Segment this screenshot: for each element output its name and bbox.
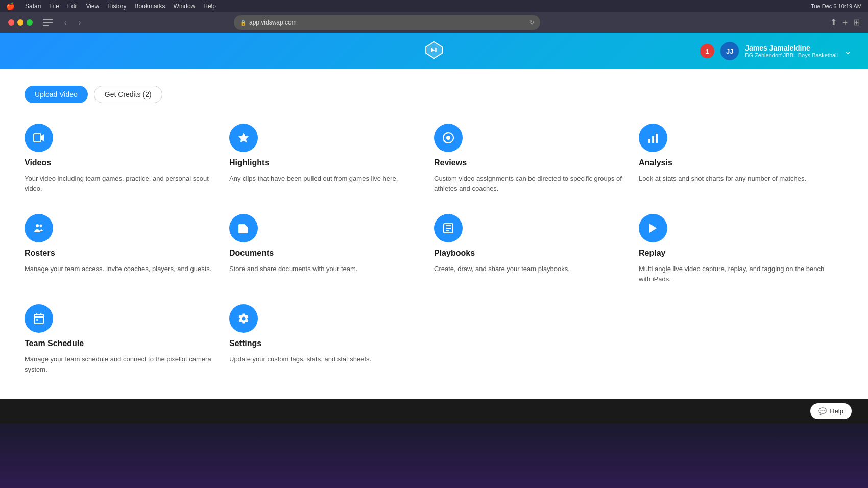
menu-file[interactable]: File <box>49 3 59 10</box>
feature-item-videos[interactable]: VideosYour video including team games, p… <box>25 124 229 193</box>
reload-button[interactable]: ↻ <box>529 19 534 26</box>
reviews-icon <box>434 124 463 152</box>
svg-marker-9 <box>649 224 657 233</box>
user-name: James Jamaleldine <box>745 44 838 52</box>
svg-point-7 <box>40 225 42 227</box>
svg-rect-0 <box>34 134 41 142</box>
menu-safari[interactable]: Safari <box>25 3 41 10</box>
feature-item-settings[interactable]: SettingsUpdate your custom tags, stats, … <box>229 304 434 374</box>
macos-menubar: 🍎 Safari File Edit View History Bookmark… <box>0 0 868 12</box>
analysis-title: Analysis <box>639 158 827 167</box>
fullscreen-window-button[interactable] <box>27 19 33 26</box>
reviews-title: Reviews <box>434 158 622 167</box>
app-header: 1 JJ James Jamaleldine BG Zehlendorf JBB… <box>0 33 868 69</box>
minimize-window-button[interactable] <box>17 19 23 26</box>
svg-point-6 <box>36 224 39 227</box>
documents-title: Documents <box>229 249 418 258</box>
app-container: 1 JJ James Jamaleldine BG Zehlendorf JBB… <box>0 33 868 423</box>
back-button[interactable]: ‹ <box>59 16 71 29</box>
svg-rect-14 <box>36 319 38 321</box>
rosters-description: Manage your team access. Invite coaches,… <box>25 264 213 274</box>
content-area: Upload Video Get Credits (2) VideosYour … <box>0 69 868 399</box>
nav-arrows: ‹ › <box>59 16 86 29</box>
browser-action-buttons: ⬆ ＋ ⊞ <box>830 17 860 28</box>
rosters-icon <box>25 214 53 242</box>
browser-chrome: ‹ › 🔒 app.vidswap.com ↻ ⬆ ＋ ⊞ <box>0 12 868 33</box>
feature-item-analysis[interactable]: AnalysisLook at stats and shot charts fo… <box>639 124 843 193</box>
new-tab-icon[interactable]: ＋ <box>841 17 849 28</box>
address-bar[interactable]: 🔒 app.vidswap.com ↻ <box>234 15 540 30</box>
get-credits-button[interactable]: Get Credits (2) <box>94 86 162 103</box>
videos-title: Videos <box>25 158 213 167</box>
svg-point-2 <box>446 136 450 140</box>
feature-item-playbooks[interactable]: PlaybooksCreate, draw, and share your te… <box>434 214 639 284</box>
feature-item-documents[interactable]: DocumentsStore and share documents with … <box>229 214 434 284</box>
feature-item-replay[interactable]: ReplayMulti angle live video capture, re… <box>639 214 843 284</box>
grid-view-icon[interactable]: ⊞ <box>853 17 860 28</box>
svg-rect-10 <box>34 314 43 324</box>
apple-logo-icon: 🍎 <box>6 2 15 10</box>
team-schedule-title: Team Schedule <box>25 339 213 348</box>
share-icon[interactable]: ⬆ <box>830 17 837 28</box>
desktop-background <box>0 423 868 488</box>
settings-icon <box>229 304 258 333</box>
team-schedule-description: Manage your team schedule and connect to… <box>25 354 213 374</box>
features-grid: VideosYour video including team games, p… <box>25 124 843 374</box>
replay-icon <box>639 214 667 242</box>
menu-history[interactable]: History <box>107 3 126 10</box>
analysis-icon <box>639 124 667 152</box>
reviews-description: Custom video assignments can be directed… <box>434 174 622 193</box>
replay-title: Replay <box>639 249 827 258</box>
analysis-description: Look at stats and shot charts for any nu… <box>639 174 827 184</box>
upload-video-button[interactable]: Upload Video <box>25 86 88 103</box>
user-avatar: JJ <box>720 42 739 60</box>
settings-description: Update your custom tags, stats, and stat… <box>229 354 418 364</box>
sidebar-toggle-button[interactable] <box>43 19 53 26</box>
team-schedule-icon <box>25 304 53 333</box>
documents-description: Store and share documents with your team… <box>229 264 418 274</box>
close-window-button[interactable] <box>8 19 14 26</box>
settings-title: Settings <box>229 339 418 348</box>
highlights-title: Highlights <box>229 158 418 167</box>
header-right: 1 JJ James Jamaleldine BG Zehlendorf JBB… <box>700 42 852 60</box>
playbooks-icon <box>434 214 463 242</box>
menu-edit[interactable]: Edit <box>67 3 78 10</box>
user-dropdown-arrow[interactable]: ⌄ <box>844 45 852 57</box>
highlights-description: Any clips that have been pulled out from… <box>229 174 418 184</box>
documents-icon <box>229 214 258 242</box>
svg-rect-3 <box>648 139 650 143</box>
highlights-icon <box>229 124 258 152</box>
menu-bookmarks[interactable]: Bookmarks <box>135 3 165 10</box>
replay-description: Multi angle live video capture, replay, … <box>639 264 827 284</box>
app-footer: 💬 Help <box>0 399 868 423</box>
lock-icon: 🔒 <box>240 20 246 26</box>
help-label: Help <box>830 407 843 415</box>
user-team: BG Zehlendorf JBBL Boys Basketball <box>745 52 838 58</box>
menu-view[interactable]: View <box>86 3 99 10</box>
app-logo <box>424 40 444 62</box>
time-display: Tue Dec 6 10:19 AM <box>811 3 862 9</box>
user-info: James Jamaleldine BG Zehlendorf JBBL Boy… <box>745 44 838 58</box>
feature-item-rosters[interactable]: RostersManage your team access. Invite c… <box>25 214 229 284</box>
videos-description: Your video including team games, practic… <box>25 174 213 193</box>
notification-badge[interactable]: 1 <box>700 44 714 58</box>
traffic-lights <box>8 19 33 26</box>
svg-rect-5 <box>656 134 658 143</box>
help-button[interactable]: 💬 Help <box>810 403 852 419</box>
feature-item-reviews[interactable]: ReviewsCustom video assignments can be d… <box>434 124 639 193</box>
videos-icon <box>25 124 53 152</box>
help-chat-icon: 💬 <box>818 407 827 415</box>
svg-rect-4 <box>652 136 654 143</box>
rosters-title: Rosters <box>25 249 213 258</box>
playbooks-description: Create, draw, and share your team playbo… <box>434 264 622 274</box>
forward-button[interactable]: › <box>74 16 86 29</box>
feature-item-team-schedule[interactable]: Team ScheduleManage your team schedule a… <box>25 304 229 374</box>
menu-help[interactable]: Help <box>203 3 216 10</box>
action-buttons: Upload Video Get Credits (2) <box>25 86 843 103</box>
url-text: app.vidswap.com <box>249 19 297 26</box>
playbooks-title: Playbooks <box>434 249 622 258</box>
feature-item-highlights[interactable]: HighlightsAny clips that have been pulle… <box>229 124 434 193</box>
menubar-right-icons: Tue Dec 6 10:19 AM <box>811 3 862 9</box>
menu-window[interactable]: Window <box>174 3 196 10</box>
